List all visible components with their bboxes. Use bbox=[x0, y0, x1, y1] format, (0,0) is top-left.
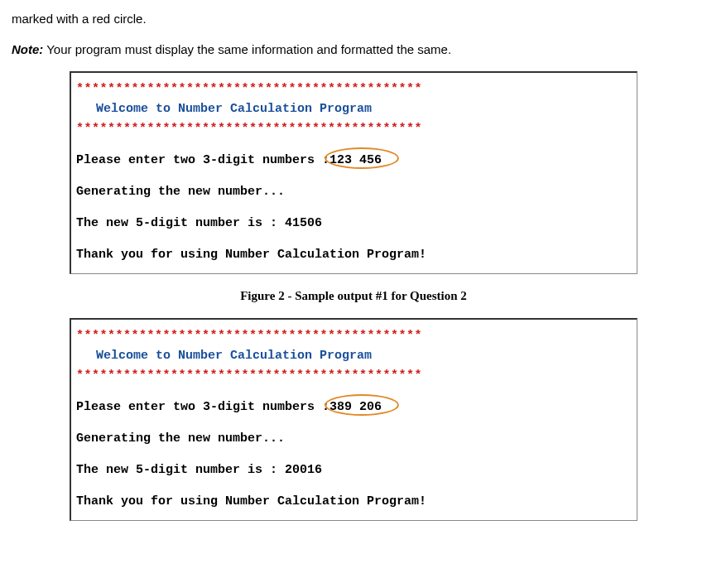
prompt-line: Please enter two 3-digit numbers : 123 4… bbox=[76, 151, 632, 171]
user-input-wrap: 389 206 bbox=[329, 398, 382, 417]
thanks-line: Thank you for using Number Calculation P… bbox=[76, 245, 632, 265]
welcome-title: Welcome to Number Calculation Program bbox=[76, 99, 632, 119]
stars-row: ****************************************… bbox=[76, 119, 632, 139]
prompt-line: Please enter two 3-digit numbers : 389 2… bbox=[76, 398, 632, 417]
note-text: Your program must display the same infor… bbox=[43, 42, 451, 56]
user-input: 389 206 bbox=[329, 400, 382, 414]
thanks-line: Thank you for using Number Calculation P… bbox=[76, 492, 632, 512]
stars-row: ****************************************… bbox=[76, 366, 632, 386]
sample-output-1: ****************************************… bbox=[70, 71, 637, 274]
user-input: 123 456 bbox=[329, 153, 382, 167]
figure-caption-1: Figure 2 - Sample output #1 for Question… bbox=[12, 289, 695, 303]
result-line: The new 5-digit number is : 20016 bbox=[76, 460, 632, 480]
stars-row: ****************************************… bbox=[76, 326, 632, 346]
note-paragraph: Note: Your program must display the same… bbox=[12, 41, 695, 58]
note-label: Note: bbox=[12, 42, 43, 56]
sample-output-2: ****************************************… bbox=[70, 318, 637, 521]
generating-line: Generating the new number... bbox=[76, 429, 632, 449]
prompt-text: Please enter two 3-digit numbers : bbox=[76, 400, 329, 414]
generating-line: Generating the new number... bbox=[76, 182, 632, 202]
welcome-title: Welcome to Number Calculation Program bbox=[76, 346, 632, 366]
user-input-wrap: 123 456 bbox=[329, 151, 382, 171]
prompt-text: Please enter two 3-digit numbers : bbox=[76, 153, 329, 167]
result-line: The new 5-digit number is : 41506 bbox=[76, 214, 632, 234]
stars-row: ****************************************… bbox=[76, 80, 632, 99]
intro-fragment: marked with a red circle. bbox=[12, 10, 695, 27]
